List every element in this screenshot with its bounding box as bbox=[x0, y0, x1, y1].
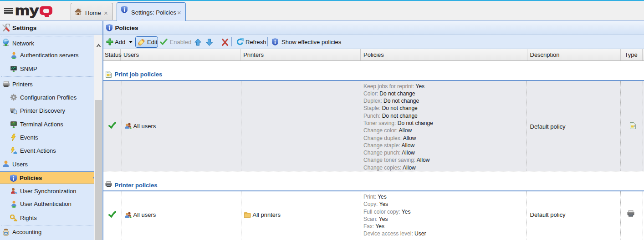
svg-text:my: my bbox=[15, 5, 39, 18]
